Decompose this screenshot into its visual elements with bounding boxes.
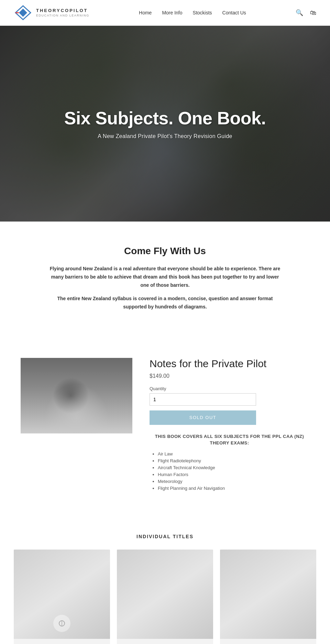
logo-text: THEORYCOPILOT EDUCATION AND LEARNING: [36, 8, 89, 18]
card-3: [220, 550, 316, 644]
quantity-label: Quantity: [150, 386, 309, 391]
come-fly-paragraph-2: The entire New Zealand syllabus is cover…: [48, 295, 282, 311]
quantity-input[interactable]: [150, 393, 256, 406]
subject-item: Flight Planning and Air Navigation: [158, 486, 309, 491]
hero-subtitle: A New Zealand Private Pilot's Theory Rev…: [64, 133, 266, 139]
svg-marker-1: [19, 9, 27, 17]
nav-home[interactable]: Home: [139, 10, 152, 15]
subject-item: Human Factors: [158, 472, 309, 477]
header-icons: 🔍 🛍: [296, 9, 316, 16]
site-header: THEORYCOPILOT EDUCATION AND LEARNING Hom…: [0, 0, 330, 26]
product-section: Notes for the Private Pilot $149.00 Quan…: [0, 344, 330, 513]
subject-item: Flight Radiotelephony: [158, 458, 309, 463]
nav-more-info[interactable]: More Info: [162, 10, 182, 15]
hero-title: Six Subjects. One Book.: [64, 108, 266, 128]
book-covers-text: THIS BOOK COVERS ALL SIX SUBJECTS FOR TH…: [150, 433, 309, 447]
subjects-list: Air LawFlight RadiotelephonyAircraft Tec…: [150, 451, 309, 491]
card-3-image: [220, 550, 316, 639]
card-2-image-inner: [117, 550, 213, 639]
logo-link[interactable]: THEORYCOPILOT EDUCATION AND LEARNING: [14, 4, 89, 21]
hero-section: Six Subjects. One Book. A New Zealand Pr…: [0, 26, 330, 222]
product-image: [21, 358, 132, 433]
card-2: [117, 550, 213, 644]
card-2-image: [117, 550, 213, 639]
card-1-image-inner: [14, 550, 110, 639]
card-1: [14, 550, 110, 644]
product-details: Notes for the Private Pilot $149.00 Quan…: [150, 358, 309, 493]
product-image-inner: [21, 358, 132, 433]
subject-item: Meteorology: [158, 479, 309, 484]
card-1-image: [14, 550, 110, 639]
sold-out-button[interactable]: SOLD OUT: [150, 410, 256, 425]
hero-content: Six Subjects. One Book. A New Zealand Pr…: [64, 108, 266, 139]
search-icon[interactable]: 🔍: [296, 9, 303, 16]
nav-stockists[interactable]: Stockists: [193, 10, 212, 15]
card-3-image-inner: [220, 550, 316, 639]
product-title: Notes for the Private Pilot: [150, 358, 309, 370]
individual-titles-section: INDIVIDUAL TITLES: [0, 513, 330, 644]
card-1-icon: [53, 615, 70, 632]
main-nav: Home More Info Stockists Contact Us: [139, 10, 246, 15]
cards-row: [14, 550, 316, 644]
subject-item: Aircraft Technical Knowledge: [158, 465, 309, 470]
individual-titles-heading: INDIVIDUAL TITLES: [14, 534, 316, 539]
come-fly-heading: Come Fly With Us: [48, 246, 282, 257]
come-fly-section: Come Fly With Us Flying around New Zeala…: [0, 222, 330, 344]
product-price: $149.00: [150, 373, 309, 379]
subject-item: Air Law: [158, 451, 309, 456]
cart-icon[interactable]: 🛍: [310, 9, 316, 16]
logo-icon: [14, 4, 33, 21]
nav-contact-us[interactable]: Contact Us: [222, 10, 246, 15]
come-fly-paragraph-1: Flying around New Zealand is a real adve…: [48, 265, 282, 289]
